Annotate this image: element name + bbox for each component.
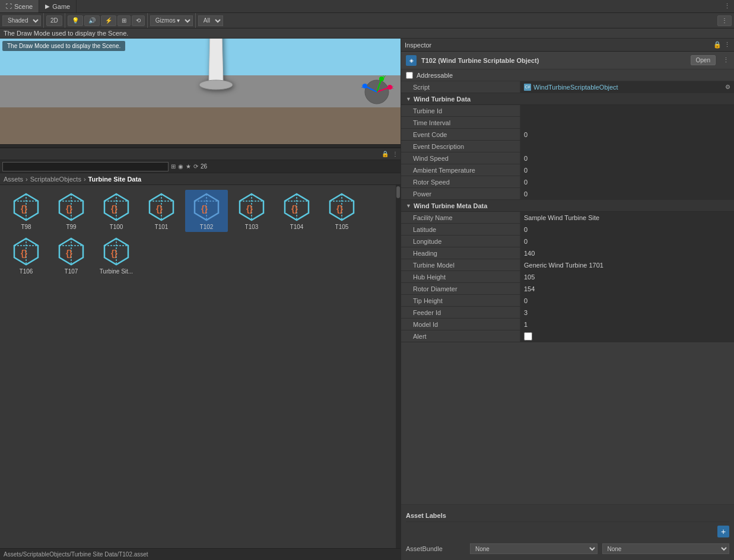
field-value[interactable] [520,141,734,152]
asset-item-t104[interactable]: {} T104 [275,190,318,232]
field-value[interactable]: 0 [520,164,734,176]
audio-button[interactable]: 🔊 [84,15,100,26]
refresh-button[interactable]: ⟲ [132,15,145,26]
light-button[interactable]: 💡 [68,15,83,26]
asset-search-input[interactable] [2,162,169,171]
field-label: Turbine Model [401,262,520,269]
wind-turbine-data-rows: Turbine IdTime IntervalEvent Code0Event … [401,105,734,200]
field-value[interactable]: 0 [520,129,734,140]
tab-scene[interactable]: ⛶ Scene [0,0,39,12]
grid-button[interactable]: ⊞ [117,15,131,26]
svg-point-13 [199,80,233,90]
all-select[interactable]: All [198,15,223,26]
asset-item-t100[interactable]: {} T100 [95,190,138,232]
fx-button[interactable]: ⚡ [101,15,116,26]
field-label: Wind Speed [401,155,520,162]
field-value[interactable]: 140 [520,247,734,259]
asset-label-t101: T101 [155,224,169,230]
asset-item-t105[interactable]: {} T105 [320,190,363,232]
inspector-field-heading: Heading140 [401,247,734,259]
scene-gizmo[interactable]: X Y Z [359,74,395,110]
tab-menu-button[interactable]: ⋮ [720,2,734,10]
field-value[interactable]: 0 [520,236,734,247]
asset-item-t107[interactable]: {} T107 [50,234,93,276]
shaded-select[interactable]: Shaded [2,15,41,26]
breadcrumb-assets[interactable]: Assets [4,176,23,183]
asset-icon-t103: {} [236,192,267,222]
breadcrumb-turbine-site-data[interactable]: Turbine Site Data [88,176,142,183]
inspector-header-actions: 🔒 ⋮ [713,41,730,49]
asset-item-t98[interactable]: {} T98 [5,190,47,232]
breadcrumb-sep-2: › [84,176,86,183]
asset-icon-t106: {} [11,236,42,267]
gizmos-group: Gizmos ▾ [150,13,196,28]
2d-button[interactable]: 2D [46,15,62,26]
scene-options-button[interactable]: ⋮ [717,15,732,26]
inspector-menu-icon[interactable]: ⋮ [724,41,730,49]
inspector-object-header: ◈ T102 (Wind Turbine Scriptable Object) … [401,52,734,69]
field-value[interactable] [520,105,734,116]
tab-game[interactable]: ▶ Game [39,0,77,12]
inspector-field-alert: Alert [401,330,734,342]
asset-icon-btn-2[interactable]: ◉ [178,163,183,170]
asset-bundle-label: AssetBundle [406,545,465,552]
addressable-checkbox[interactable] [406,72,413,79]
field-value[interactable] [520,117,734,128]
asset-item-t103[interactable]: {} T103 [230,190,273,232]
inspector-panel: Inspector 🔒 ⋮ ◈ T102 (Wind Turbine Scrip… [401,39,734,560]
script-value[interactable]: WindTurbineScriptableObject [533,84,618,91]
alert-checkbox[interactable] [524,332,532,341]
field-value[interactable]: 3 [520,307,734,318]
field-value[interactable]: 0 [520,188,734,199]
inspector-field-hub-height: Hub Height105 [401,271,734,283]
tooltip-text: The Draw Mode used to display the Scene. [4,30,128,37]
asset-scrollbar[interactable] [396,186,400,198]
asset-search-bar: ⊞ ◉ ★ ⟳ 26 [0,160,401,173]
field-value[interactable]: Generic Wind Turbine 1701 [520,259,734,271]
script-label: Script [401,84,520,91]
asset-counter: ⟳ [193,163,198,170]
field-value[interactable]: 0 [520,152,734,164]
field-value[interactable]: 0 [520,176,734,187]
gizmos-select[interactable]: Gizmos ▾ [150,15,193,26]
field-label: Tip Height [401,297,520,304]
field-value[interactable]: 0 [520,295,734,306]
field-value[interactable]: 0 [520,224,734,235]
field-value[interactable]: 105 [520,271,734,282]
inspector-object-menu[interactable]: ⋮ [723,56,729,64]
asset-icon-btn-1[interactable]: ⊞ [171,163,176,170]
field-label: Time Interval [401,119,520,126]
asset-label-t99: T99 [66,224,76,230]
wind-turbine-data-header[interactable]: ▼ Wind Turbine Data [401,93,734,105]
wind-turbine-meta-arrow: ▼ [406,203,411,209]
asset-icon-t99: {} [56,192,87,222]
asset-item-t101[interactable]: {} T101 [140,190,183,232]
asset-icon-btn-3[interactable]: ★ [186,163,191,170]
breadcrumb-scriptable[interactable]: ScriptableObjects [30,176,81,183]
asset-item-t106[interactable]: {} T106 [5,234,47,276]
field-value[interactable]: 1 [520,319,734,330]
field-value[interactable] [520,330,734,342]
inspector-lock-icon[interactable]: 🔒 [713,41,722,49]
asset-icon-t105: {} [326,192,357,222]
svg-text:{}: {} [291,204,298,214]
asset-item-turbinesit[interactable]: {} Turbine Sit... [95,234,138,276]
asset-item-t102[interactable]: {} T102 [185,190,228,232]
asset-item-t99[interactable]: {} T99 [50,190,93,232]
inspector-open-button[interactable]: Open [691,55,716,65]
asset-labels-add-button[interactable]: + [717,526,729,537]
script-settings-icon[interactable]: ⚙ [725,84,730,90]
asset-bundle-select-2[interactable]: None [602,543,730,554]
field-label: Ambient Temperature [401,167,520,174]
field-value[interactable]: 154 [520,283,734,294]
svg-text:{}: {} [111,249,117,258]
wind-turbine-meta-rows: Facility NameSample Wind Turbine SiteLat… [401,212,734,342]
asset-bundle-select-1[interactable]: None [470,543,598,554]
scene-tab-label: Scene [14,3,33,10]
scene-canvas[interactable]: The Draw Mode used to display the Scene. [0,39,401,144]
inspector-body: Script C# WindTurbineScriptableObject ⚙ … [401,81,734,504]
field-value[interactable]: Sample Wind Turbine Site [520,212,734,223]
lock-icon[interactable]: 🔒 [382,151,389,157]
wind-turbine-meta-header[interactable]: ▼ Wind Turbine Meta Data [401,200,734,212]
asset-settings-icon[interactable]: ⋮ [392,151,398,157]
